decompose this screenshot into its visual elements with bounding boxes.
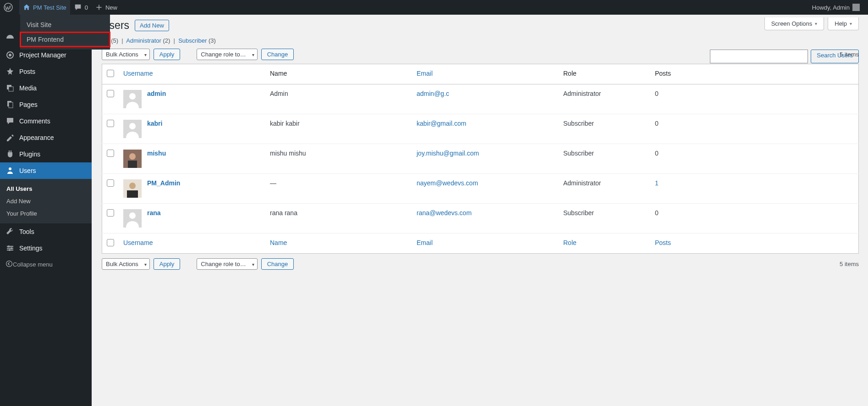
wordpress-icon [4,3,13,12]
menu-tools[interactable]: Tools [0,223,92,240]
wp-logo[interactable] [0,0,19,15]
screen-options-tab[interactable]: Screen Options [764,17,824,30]
menu-pages[interactable]: Pages [0,96,92,113]
row-checkbox[interactable] [107,179,114,187]
collapse-icon [5,260,13,269]
apply-button[interactable]: Apply [154,49,181,60]
header-name: Name [265,64,412,84]
admin-bar: PM Test Site 0 New Howdy, Admin [0,0,868,15]
avatar [123,150,142,168]
change-role-select[interactable]: Change role to… [197,49,257,60]
site-name-menu[interactable]: PM Test Site [19,0,70,15]
select-all-checkbox[interactable] [107,70,114,77]
menu-users[interactable]: Users [0,162,92,179]
row-checkbox[interactable] [107,209,114,217]
items-count-bottom: 5 items [840,261,859,267]
row-checkbox[interactable] [107,90,114,97]
screen-meta-links: Screen Options Help [764,17,859,30]
filter-administrator[interactable]: Administrator [126,37,161,44]
tools-icon [5,227,15,236]
plugins-icon [5,150,15,159]
svg-point-2 [9,54,11,56]
change-role-select-bottom[interactable]: Change role to… [197,258,257,270]
email-link[interactable]: rana@wedevs.com [417,209,472,217]
svg-point-12 [11,247,12,249]
email-link[interactable]: joy.mishu@gmail.com [417,150,479,157]
menu-plugins[interactable]: Plugins [0,146,92,162]
comments-menu[interactable]: 0 [70,0,92,15]
menu-comments[interactable]: Comments [0,113,92,129]
submenu-add-new[interactable]: Add New [0,195,92,207]
svg-point-7 [9,167,11,170]
header-email[interactable]: Email [412,64,559,84]
wrap: Users Add New Search Users All (5) | Adm… [92,15,868,283]
pin-icon [5,67,15,76]
bulk-actions-select[interactable]: Bulk Actions [102,49,150,60]
role-cell: Subscriber [559,144,650,174]
avatar [123,209,142,228]
email-link[interactable]: kabir@gmail.com [417,120,466,127]
bulk-actions-select-bottom[interactable]: Bulk Actions [102,258,150,270]
name-cell: rana rana [265,204,412,234]
change-button-bottom[interactable]: Change [261,258,294,270]
new-content-menu[interactable]: New [92,0,121,15]
home-icon [23,4,30,11]
users-table: Username Name Email Role Posts admin Adm… [102,64,859,254]
footer-username[interactable]: Username [119,234,265,254]
admin-sidebar: Project Manager Posts Media Pages Commen… [0,15,92,283]
header-posts: Posts [650,64,859,84]
footer-role: Role [559,234,650,254]
filter-subscriber[interactable]: Subscriber [178,37,207,44]
submenu-your-profile[interactable]: Your Profile [0,207,92,220]
username-link[interactable]: admin [147,90,166,97]
settings-label: Settings [19,245,43,252]
username-link[interactable]: PM_Admin [147,179,180,187]
username-link[interactable]: mishu [147,150,166,157]
visit-site-link[interactable]: Visit Site [20,17,110,32]
users-icon [5,166,15,175]
row-checkbox[interactable] [107,120,114,127]
user-filters: All (5) | Administrator (2) | Subscriber… [102,37,859,44]
menu-settings[interactable]: Settings [0,240,92,256]
svg-point-20 [129,153,136,160]
help-tab[interactable]: Help [828,17,859,30]
tools-label: Tools [19,228,34,235]
apply-button-bottom[interactable]: Apply [154,258,181,270]
comment-icon [74,3,82,11]
submenu-all-users[interactable]: All Users [0,183,92,195]
menu-media[interactable]: Media [0,80,92,96]
email-link[interactable]: admin@g.c [417,90,449,97]
username-link[interactable]: kabri [147,120,162,127]
avatar [123,120,142,138]
email-link[interactable]: nayem@wedevs.com [417,179,478,187]
row-checkbox[interactable] [107,150,114,157]
page-title-row: Users Add New [102,19,859,32]
header-username[interactable]: Username [119,64,265,84]
change-button[interactable]: Change [261,49,294,60]
admin-bar-left: PM Test Site 0 New [0,0,121,15]
filter-all-count: (5) [111,37,118,44]
svg-point-16 [129,93,136,100]
howdy-menu[interactable]: Howdy, Admin [808,0,863,15]
new-label: New [105,4,117,11]
posts-count: 0 [655,90,659,97]
plugins-label: Plugins [19,150,40,158]
username-link[interactable]: rana [147,209,161,217]
table-row: mishu mishu mishu joy.mishu@gmail.com Su… [102,144,859,174]
menu-appearance[interactable]: Appearance [0,129,92,146]
pm-frontend-link[interactable]: PM Frontend [20,32,110,47]
site-name-label: PM Test Site [33,4,66,11]
avatar-icon [852,4,860,11]
filter-admin-count: (2) [163,37,170,44]
posts-link[interactable]: 1 [655,179,659,187]
comments-icon [5,117,15,126]
footer-name: Name [265,234,412,254]
collapse-menu[interactable]: Collapse menu [0,256,92,273]
users-submenu: All Users Add New Your Profile [0,179,92,223]
svg-rect-24 [127,190,138,198]
footer-email[interactable]: Email [412,234,559,254]
role-cell: Subscriber [559,114,650,144]
select-all-checkbox-bottom[interactable] [107,239,114,246]
menu-posts[interactable]: Posts [0,63,92,80]
add-new-button[interactable]: Add New [135,20,169,31]
